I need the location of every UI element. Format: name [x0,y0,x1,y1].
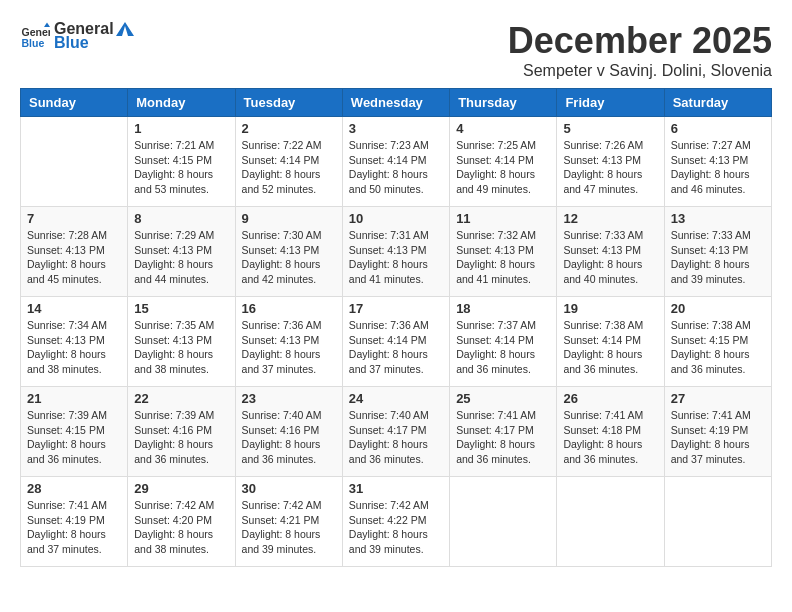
calendar-day-cell: 14 Sunrise: 7:34 AM Sunset: 4:13 PM Dayl… [21,297,128,387]
calendar-day-cell: 29 Sunrise: 7:42 AM Sunset: 4:20 PM Dayl… [128,477,235,567]
calendar-day-cell: 15 Sunrise: 7:35 AM Sunset: 4:13 PM Dayl… [128,297,235,387]
day-number: 25 [456,391,550,406]
page-header: General Blue General Blue December 2025 … [20,20,772,80]
sunset-text: Sunset: 4:17 PM [349,424,427,436]
sunrise-text: Sunrise: 7:27 AM [671,139,751,151]
day-number: 21 [27,391,121,406]
svg-text:Blue: Blue [22,37,45,49]
day-number: 28 [27,481,121,496]
day-number: 31 [349,481,443,496]
calendar-day-cell: 22 Sunrise: 7:39 AM Sunset: 4:16 PM Dayl… [128,387,235,477]
sunrise-text: Sunrise: 7:37 AM [456,319,536,331]
daylight-text: Daylight: 8 hours and 39 minutes. [242,528,321,555]
calendar-week-row: 21 Sunrise: 7:39 AM Sunset: 4:15 PM Dayl… [21,387,772,477]
sunset-text: Sunset: 4:13 PM [27,244,105,256]
calendar-day-cell: 9 Sunrise: 7:30 AM Sunset: 4:13 PM Dayli… [235,207,342,297]
sunset-text: Sunset: 4:18 PM [563,424,641,436]
daylight-text: Daylight: 8 hours and 41 minutes. [456,258,535,285]
daylight-text: Daylight: 8 hours and 53 minutes. [134,168,213,195]
day-info: Sunrise: 7:38 AM Sunset: 4:15 PM Dayligh… [671,318,765,377]
sunset-text: Sunset: 4:16 PM [134,424,212,436]
weekday-header: Sunday [21,89,128,117]
day-info: Sunrise: 7:29 AM Sunset: 4:13 PM Dayligh… [134,228,228,287]
weekday-header: Monday [128,89,235,117]
day-info: Sunrise: 7:41 AM Sunset: 4:19 PM Dayligh… [27,498,121,557]
sunset-text: Sunset: 4:13 PM [242,244,320,256]
day-number: 8 [134,211,228,226]
daylight-text: Daylight: 8 hours and 37 minutes. [671,438,750,465]
day-info: Sunrise: 7:28 AM Sunset: 4:13 PM Dayligh… [27,228,121,287]
title-section: December 2025 Sempeter v Savinj. Dolini,… [508,20,772,80]
weekday-header: Thursday [450,89,557,117]
sunset-text: Sunset: 4:20 PM [134,514,212,526]
calendar-day-cell: 10 Sunrise: 7:31 AM Sunset: 4:13 PM Dayl… [342,207,449,297]
day-info: Sunrise: 7:33 AM Sunset: 4:13 PM Dayligh… [671,228,765,287]
sunrise-text: Sunrise: 7:39 AM [134,409,214,421]
day-info: Sunrise: 7:22 AM Sunset: 4:14 PM Dayligh… [242,138,336,197]
calendar-day-cell: 13 Sunrise: 7:33 AM Sunset: 4:13 PM Dayl… [664,207,771,297]
day-number: 17 [349,301,443,316]
calendar-day-cell: 12 Sunrise: 7:33 AM Sunset: 4:13 PM Dayl… [557,207,664,297]
daylight-text: Daylight: 8 hours and 38 minutes. [134,528,213,555]
daylight-text: Daylight: 8 hours and 40 minutes. [563,258,642,285]
daylight-text: Daylight: 8 hours and 37 minutes. [349,348,428,375]
sunrise-text: Sunrise: 7:26 AM [563,139,643,151]
day-number: 12 [563,211,657,226]
calendar-day-cell [557,477,664,567]
day-info: Sunrise: 7:39 AM Sunset: 4:16 PM Dayligh… [134,408,228,467]
calendar-day-cell: 7 Sunrise: 7:28 AM Sunset: 4:13 PM Dayli… [21,207,128,297]
day-info: Sunrise: 7:25 AM Sunset: 4:14 PM Dayligh… [456,138,550,197]
sunrise-text: Sunrise: 7:35 AM [134,319,214,331]
sunset-text: Sunset: 4:13 PM [456,244,534,256]
day-number: 30 [242,481,336,496]
day-number: 22 [134,391,228,406]
calendar-day-cell [450,477,557,567]
sunset-text: Sunset: 4:14 PM [349,334,427,346]
sunrise-text: Sunrise: 7:40 AM [349,409,429,421]
day-info: Sunrise: 7:42 AM Sunset: 4:22 PM Dayligh… [349,498,443,557]
day-number: 4 [456,121,550,136]
daylight-text: Daylight: 8 hours and 41 minutes. [349,258,428,285]
daylight-text: Daylight: 8 hours and 36 minutes. [134,438,213,465]
calendar-day-cell: 25 Sunrise: 7:41 AM Sunset: 4:17 PM Dayl… [450,387,557,477]
day-info: Sunrise: 7:41 AM Sunset: 4:17 PM Dayligh… [456,408,550,467]
sunset-text: Sunset: 4:13 PM [349,244,427,256]
daylight-text: Daylight: 8 hours and 36 minutes. [456,438,535,465]
daylight-text: Daylight: 8 hours and 39 minutes. [349,528,428,555]
daylight-text: Daylight: 8 hours and 36 minutes. [671,348,750,375]
daylight-text: Daylight: 8 hours and 50 minutes. [349,168,428,195]
day-info: Sunrise: 7:41 AM Sunset: 4:18 PM Dayligh… [563,408,657,467]
day-info: Sunrise: 7:42 AM Sunset: 4:20 PM Dayligh… [134,498,228,557]
calendar-day-cell: 2 Sunrise: 7:22 AM Sunset: 4:14 PM Dayli… [235,117,342,207]
day-info: Sunrise: 7:38 AM Sunset: 4:14 PM Dayligh… [563,318,657,377]
calendar-table: SundayMondayTuesdayWednesdayThursdayFrid… [20,88,772,567]
sunset-text: Sunset: 4:14 PM [456,334,534,346]
day-number: 23 [242,391,336,406]
sunset-text: Sunset: 4:15 PM [27,424,105,436]
day-number: 10 [349,211,443,226]
calendar-day-cell: 6 Sunrise: 7:27 AM Sunset: 4:13 PM Dayli… [664,117,771,207]
daylight-text: Daylight: 8 hours and 37 minutes. [242,348,321,375]
calendar-day-cell: 20 Sunrise: 7:38 AM Sunset: 4:15 PM Dayl… [664,297,771,387]
day-number: 15 [134,301,228,316]
day-number: 27 [671,391,765,406]
sunset-text: Sunset: 4:14 PM [456,154,534,166]
calendar-day-cell: 4 Sunrise: 7:25 AM Sunset: 4:14 PM Dayli… [450,117,557,207]
day-number: 6 [671,121,765,136]
day-number: 18 [456,301,550,316]
day-info: Sunrise: 7:26 AM Sunset: 4:13 PM Dayligh… [563,138,657,197]
sunset-text: Sunset: 4:19 PM [671,424,749,436]
calendar-day-cell: 27 Sunrise: 7:41 AM Sunset: 4:19 PM Dayl… [664,387,771,477]
calendar-week-row: 7 Sunrise: 7:28 AM Sunset: 4:13 PM Dayli… [21,207,772,297]
calendar-day-cell: 8 Sunrise: 7:29 AM Sunset: 4:13 PM Dayli… [128,207,235,297]
daylight-text: Daylight: 8 hours and 49 minutes. [456,168,535,195]
sunrise-text: Sunrise: 7:34 AM [27,319,107,331]
calendar-day-cell: 16 Sunrise: 7:36 AM Sunset: 4:13 PM Dayl… [235,297,342,387]
calendar-week-row: 28 Sunrise: 7:41 AM Sunset: 4:19 PM Dayl… [21,477,772,567]
sunrise-text: Sunrise: 7:36 AM [242,319,322,331]
calendar-day-cell: 24 Sunrise: 7:40 AM Sunset: 4:17 PM Dayl… [342,387,449,477]
day-number: 29 [134,481,228,496]
sunrise-text: Sunrise: 7:38 AM [671,319,751,331]
sunrise-text: Sunrise: 7:40 AM [242,409,322,421]
sunset-text: Sunset: 4:15 PM [671,334,749,346]
